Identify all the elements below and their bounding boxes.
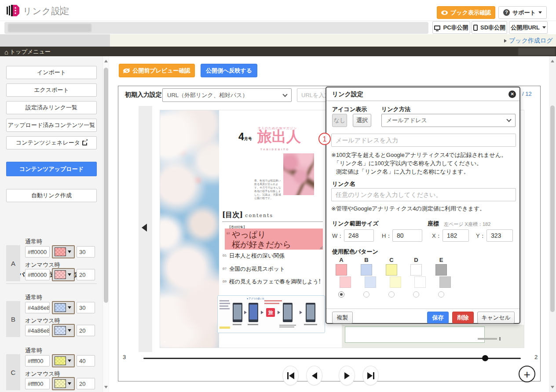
pattern-d-normal-swatch [410,264,422,276]
pattern-a-radio[interactable] [338,291,344,298]
page-slider-track[interactable] [143,358,521,359]
pattern-a-hover-hex-input[interactable] [25,269,50,280]
normal-state-label: 通常時 [25,347,42,355]
pattern-b-normal-hex-input[interactable] [25,302,50,313]
width-input[interactable] [344,229,374,242]
pattern-c-hover-hex-input[interactable] [25,378,50,389]
arrow-right-icon [300,311,302,314]
page-scrollbar[interactable] [549,56,556,392]
arrow-left-icon [312,372,317,379]
zoom-in-button[interactable] [519,366,535,382]
pattern-c-hover-opacity-input[interactable] [77,378,95,389]
close-icon[interactable] [508,91,516,98]
sidebar-scrollbar[interactable] [102,56,109,392]
sidebar-item-auto-link[interactable]: 自動リンク作成 [6,189,97,202]
pattern-c-normal-opacity-input[interactable] [77,355,95,367]
phone-thumbnail [306,303,315,322]
pattern-a-hover-opacity-input[interactable] [77,269,95,280]
pattern-b-hover-hex-input[interactable] [25,325,50,336]
sidebar-item-uploaded-contents[interactable]: アップロード済みコンテンツ一覧 [6,119,97,132]
color-swatch [55,379,66,388]
book-preview-button[interactable]: ブック表示確認 [437,6,495,19]
scroll-up-icon[interactable] [551,60,554,62]
sidebar-item-export[interactable]: エクスポート [6,83,97,97]
icon-display-label: アイコン表示 [332,105,367,113]
pattern-c-radio[interactable] [388,291,395,298]
pattern-b-normal-opacity-input[interactable] [77,302,95,313]
book-log-link[interactable]: ブック作成ログ [504,37,553,45]
scroll-down-icon[interactable] [551,386,554,388]
link-type-select[interactable]: URL（外部リンク、相対パス） [162,88,292,102]
pattern-b-hover-opacity-input[interactable] [77,325,95,336]
pc-private-button[interactable]: PC非公開 [432,21,470,34]
pattern-a-normal-opacity-input[interactable] [77,246,95,258]
link-method-label: リンク方法 [381,105,410,113]
prev-page-strip[interactable] [139,106,152,352]
cancel-button[interactable]: キャンセル [477,312,515,323]
sidebar-item-content-generator[interactable]: コンテンツジェネレータ [6,136,97,149]
prev-page-button[interactable] [306,366,322,385]
height-input[interactable] [392,229,422,242]
last-page-button[interactable] [362,366,379,385]
y-input[interactable] [486,229,513,242]
pattern-b-hover-swatch-button[interactable] [52,324,75,337]
sidebar-item-import[interactable]: インポート [6,66,97,79]
sidebar-item-content-upload[interactable]: コンテンツアップロード [6,162,97,176]
x-input[interactable] [443,229,469,242]
caret-down-icon [68,250,71,253]
height-label: H： [382,232,391,240]
public-url-button[interactable]: 公開用URL [509,21,548,34]
pattern-a-normal-swatch-button[interactable] [52,245,75,258]
pattern-b-radio[interactable] [363,291,369,298]
sd-private-button[interactable]: SD非公開 [472,21,507,34]
scroll-up-icon[interactable] [104,60,108,62]
text-cursor [60,6,61,15]
link-method-select[interactable]: メールアドレス [381,114,516,127]
color-swatch [55,270,66,279]
first-page-button[interactable] [282,366,299,385]
save-button[interactable]: 保存 [427,312,449,323]
icon-none-button[interactable]: なし [332,114,347,127]
link-settings-dialog: リンク設定 アイコン表示 なし 選択 リンク方法 メールアドレス ※100文字を… [326,87,520,324]
scroll-down-icon[interactable] [104,386,108,388]
pattern-a-normal-hex-input[interactable] [25,246,50,258]
delete-button[interactable]: 削除 [452,312,474,323]
resize-handle[interactable] [319,246,322,249]
pattern-c-normal-swatch-button[interactable] [52,354,75,367]
color-pattern-group-b: B 通常時 オンマウス時 [0,294,109,348]
sidebar-item-link-list[interactable]: 設定済みリンク一覧 [6,101,97,114]
caret-down-icon [68,382,71,385]
preview-before-publish-button[interactable]: 公開前プレビュー確認 [119,64,195,77]
monitor-icon [434,25,440,30]
right-page-bottom [342,325,524,348]
pattern-b-normal-swatch-button[interactable] [52,301,75,314]
normal-state-label: 通常時 [25,238,42,246]
home-icon [4,48,8,56]
top-menu-link[interactable]: トップメニュー [4,48,51,56]
page-slider-handle[interactable] [482,355,488,361]
color-pattern-group-a: A 通常時 オンマウス時 [0,238,109,293]
link-name-input[interactable] [331,188,516,201]
next-page-button[interactable] [339,366,355,385]
icon-select-button[interactable]: 選択 [353,114,371,127]
page-scrollbar-thumb[interactable] [550,105,555,312]
duplicate-button[interactable]: 複製 [332,312,353,323]
pattern-e-radio[interactable] [438,291,444,298]
email-input[interactable] [331,134,516,147]
support-button[interactable]: サポート [498,6,547,19]
pattern-d-radio[interactable] [413,291,419,298]
sidebar-scrollbar-thumb[interactable] [104,68,108,303]
pattern-c-hover-swatch-button[interactable] [52,377,75,390]
selected-link-region[interactable]: 03 やっぱり 桜が好きだから [225,229,323,250]
phone-thumbnail [283,303,293,322]
publish-button[interactable]: 公開側へ反映する [201,64,257,77]
pattern-e-hover-swatch [439,276,451,288]
pattern-a-hover-swatch [340,276,351,288]
pattern-c-normal-hex-input[interactable] [25,355,50,367]
caret-down-icon [68,273,71,276]
dialog-header: リンク設定 [326,87,519,101]
chevron-down-icon [542,26,546,29]
pattern-a-hover-swatch-button[interactable] [52,268,75,281]
redacted-breadcrumb [0,34,110,47]
pattern-c-label: C [6,354,20,390]
